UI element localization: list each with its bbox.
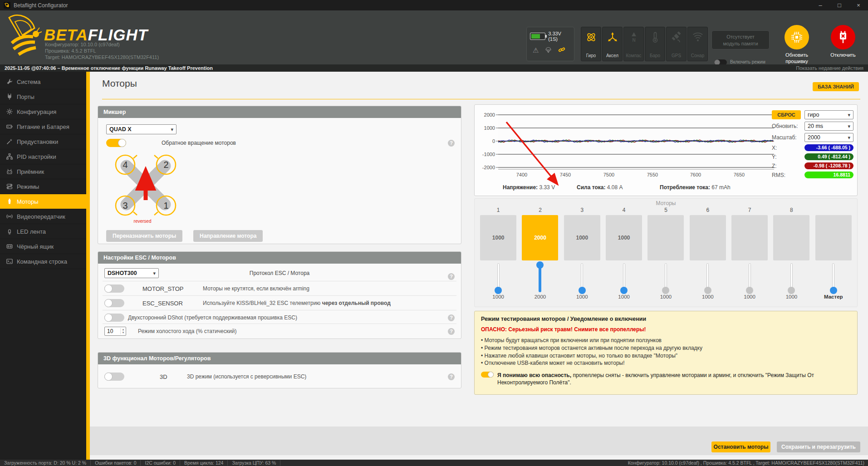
bidirectional-dshot-toggle[interactable] (104, 314, 124, 322)
help-icon[interactable]: ? (448, 273, 455, 280)
motor-stop-toggle[interactable] (104, 285, 124, 293)
sidebar-item-blackbox[interactable]: Чёрный ящик (0, 239, 86, 254)
motor-8-slider[interactable] (787, 263, 796, 292)
mixer-panel-header: Микшер (98, 106, 461, 118)
svg-text:-2000: -2000 (482, 165, 495, 170)
save-reboot-button[interactable]: Сохранить и перезагрузить (777, 441, 860, 452)
warning-icon: ⚠ (533, 47, 539, 54)
gyro-plot: 2000 1000 0 -1000 -2000 7400 7450 7500 7… (478, 108, 778, 180)
sidebar-item-ports[interactable]: Порты (0, 89, 86, 104)
close-button[interactable]: × (849, 2, 868, 9)
motor-direction-button[interactable]: Направление мотора (193, 230, 263, 242)
sidebar-item-setup[interactable]: Система (0, 74, 86, 89)
slider-knob[interactable] (830, 287, 837, 294)
gear-icon (6, 108, 13, 115)
minimize-button[interactable]: – (811, 2, 830, 9)
tab-accent-strip (86, 72, 90, 460)
slider-knob[interactable] (620, 287, 628, 294)
motor-8-column: 8 1000 (770, 207, 812, 301)
dataflash-missing-button[interactable]: Отсутствует модуль памяти (711, 30, 770, 49)
sensor-mag: N Компас (623, 27, 644, 61)
help-icon[interactable]: ? (448, 373, 455, 380)
betaflight-bee-logo-icon (6, 13, 42, 60)
bidirectional-dshot-label: Двухсторонний DShot (требуется поддержив… (128, 314, 297, 321)
reset-button[interactable]: СБРОС (772, 110, 801, 119)
motor-1-value: 1000 (492, 294, 504, 301)
danger-consent-toggle[interactable] (481, 372, 494, 378)
motor-7-column: 7 1000 (729, 207, 770, 301)
3d-mode-desc: 3D режим (используется с реверсивными ES… (187, 373, 306, 380)
stop-motors-button[interactable]: Остановить моторы (711, 441, 770, 452)
maximize-button[interactable]: □ (830, 2, 849, 9)
mixer-type-select[interactable]: QUAD X▾ (106, 124, 177, 134)
battery-status-box: 3.33V (1S) ⚠ (526, 27, 574, 61)
motor-1-slider[interactable] (494, 263, 503, 292)
help-icon[interactable]: ? (448, 140, 455, 147)
3d-panel-header: 3D функционал Моторов/Регуляторов (98, 353, 461, 364)
knowledge-base-button[interactable]: БАЗА ЗНАНИЙ (813, 82, 859, 91)
x-axis-label: X: (772, 145, 804, 151)
toggles-icon (6, 183, 13, 190)
motor-6-column: 6 1000 (687, 207, 729, 301)
motors-tab-content: Моторы БАЗА ЗНАНИЙ Микшер QUAD X▾ Обратн… (90, 72, 868, 460)
slider-knob[interactable] (536, 261, 544, 269)
plug-icon (6, 93, 13, 100)
current-label: Сила тока: (577, 184, 605, 191)
show-log-link[interactable]: Показать недавние действия (796, 65, 868, 71)
help-icon[interactable]: ? (448, 314, 455, 321)
rms-value: 16.8811 (804, 172, 853, 178)
sidebar-item-receiver[interactable]: Приёмник (0, 164, 86, 179)
rc-transmitter-icon (6, 168, 13, 175)
svg-text:7500: 7500 (603, 172, 614, 177)
motor-7-slider[interactable] (745, 263, 754, 292)
slider-knob[interactable] (746, 287, 753, 294)
motor-3-slider[interactable] (578, 263, 587, 292)
page-title: Моторы (102, 78, 137, 89)
scale-select[interactable]: 2000▾ (804, 133, 853, 142)
disconnect-button[interactable]: Отключить (820, 25, 866, 59)
update-firmware-button[interactable]: Обновить прошивку (774, 25, 819, 65)
sidebar-item-led-strip[interactable]: LED лента (0, 224, 86, 239)
graph-source-select[interactable]: гиро▾ (804, 110, 853, 119)
help-icon[interactable]: ? (448, 328, 455, 335)
status-bar: Загруженность порта: D: 20 % U: 2 % Ошиб… (0, 460, 868, 466)
svg-text:-1000: -1000 (482, 152, 495, 157)
motor-2-column: 2 2000 2000 (519, 207, 561, 301)
sidebar-item-modes[interactable]: Режимы (0, 179, 86, 194)
motors-section-label: Моторы (475, 200, 857, 206)
motor-2-value: 2000 (535, 294, 546, 301)
configurator-version: Конфигуратор: 10.10.0 (c97deaf) (45, 42, 120, 47)
slider-knob[interactable] (495, 287, 502, 294)
motor-2-slider[interactable] (535, 263, 544, 292)
sidebar-item-pid-tuning[interactable]: PID настройки (0, 149, 86, 164)
motor-5-slider[interactable] (661, 263, 670, 292)
slider-knob[interactable] (704, 287, 711, 294)
esc-sensor-toggle[interactable] (104, 299, 124, 307)
slider-knob[interactable] (579, 287, 586, 294)
master-slider[interactable] (829, 263, 838, 292)
sidebar-item-presets[interactable]: Предустановки (0, 134, 86, 149)
chevron-down-icon: ▾ (848, 112, 850, 118)
port-utilization: Загруженность порта: D: 20 % U: 2 % (0, 460, 91, 466)
3d-mode-toggle[interactable] (104, 373, 124, 381)
sensor-accel: Аксел (602, 27, 623, 61)
spinner-arrows-icon[interactable]: ▲▼ (120, 328, 126, 334)
motor-4-slider[interactable] (619, 263, 628, 292)
sidebar-item-power-battery[interactable]: Питание и Батарея (0, 119, 86, 134)
failsafe-parachute-icon (545, 47, 552, 54)
slider-knob[interactable] (662, 287, 669, 294)
slider-knob[interactable] (788, 287, 795, 294)
remap-motors-button[interactable]: Переназначить моторы (106, 230, 182, 242)
reverse-motors-toggle[interactable] (106, 139, 126, 147)
target-info: Target: HAMO/CRAZYBEEF4SX1280(STM32F411) (45, 54, 159, 60)
svg-text:2000: 2000 (484, 112, 495, 118)
z-axis-value: -0.98 ( -1208.78 ) (804, 162, 853, 169)
app-header: BETAFLIGHT Конфигуратор: 10.10.0 (c97dea… (0, 10, 868, 64)
sidebar-item-motors[interactable]: Моторы (0, 194, 86, 209)
sidebar-item-cli[interactable]: Командная строка (0, 254, 86, 269)
motor-6-slider[interactable] (703, 263, 712, 292)
sidebar-item-configuration[interactable]: Конфигурация (0, 104, 86, 119)
idle-throttle-input[interactable]: 10▲▼ (104, 327, 126, 336)
refresh-select[interactable]: 20 ms▾ (804, 122, 853, 131)
sidebar-item-video-transmitter[interactable]: Видеопередатчик (0, 209, 86, 224)
